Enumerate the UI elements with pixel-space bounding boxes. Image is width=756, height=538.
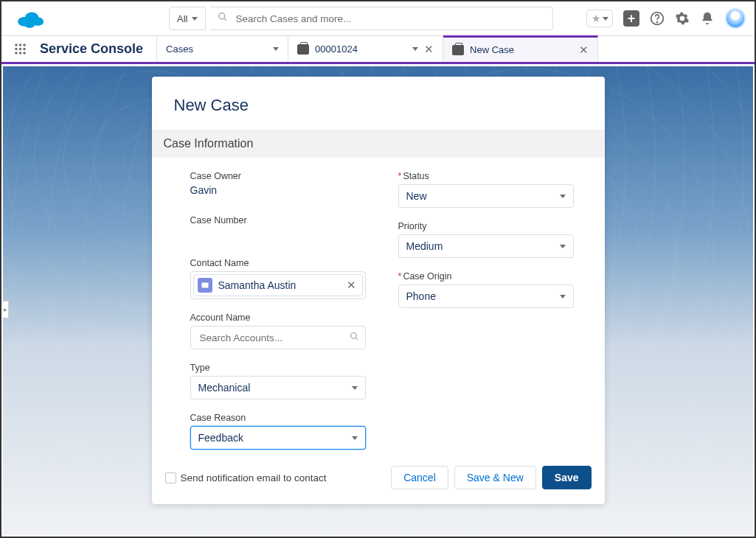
search-scope-dropdown[interactable]: All [169, 7, 206, 30]
chevron-down-icon [560, 245, 566, 248]
split-view-handle[interactable]: ▸ [3, 301, 9, 318]
new-case-modal: New Case Case Information Case Owner Gav… [152, 77, 605, 504]
case-icon [297, 44, 309, 55]
header-actions: ★ + [586, 8, 746, 29]
type-value: Mechanical [198, 382, 251, 394]
case-reason-value: Feedback [198, 432, 243, 444]
bell-icon [700, 11, 715, 26]
question-icon [650, 11, 665, 26]
svg-point-8 [15, 43, 17, 46]
favorites-button[interactable]: ★ [586, 10, 613, 27]
search-scope-label: All [177, 13, 187, 24]
save-button[interactable]: Save [542, 466, 592, 489]
global-search [210, 7, 553, 30]
user-avatar[interactable] [725, 8, 746, 29]
svg-point-9 [18, 43, 21, 46]
tab-label: New Case [470, 44, 573, 55]
form-grid: Case Owner Gavin Case Number Contact Nam… [152, 158, 605, 457]
setup-button[interactable] [675, 11, 690, 26]
help-button[interactable] [650, 11, 665, 26]
value-case-number [190, 228, 375, 242]
global-search-input[interactable] [210, 7, 553, 30]
modal-title: New Case [152, 77, 605, 130]
svg-line-19 [356, 338, 358, 340]
field-case-origin: *Case Origin Phone [398, 271, 583, 308]
contact-icon [198, 278, 212, 293]
svg-point-18 [350, 333, 356, 339]
svg-point-3 [24, 19, 35, 28]
svg-point-4 [219, 13, 225, 19]
label-priority: Priority [398, 221, 583, 231]
send-notification-checkbox[interactable] [165, 472, 176, 483]
notifications-button[interactable] [700, 11, 715, 26]
salesforce-logo [15, 7, 46, 29]
modal-footer: Send notification email to contact Cance… [152, 457, 605, 489]
global-create-button[interactable]: + [623, 10, 639, 27]
label-account-name: Account Name [190, 312, 375, 323]
close-icon[interactable]: ✕ [424, 43, 434, 56]
search-icon [350, 331, 359, 344]
contact-lookup[interactable]: Samantha Austin ✕ [190, 271, 366, 299]
app-name: Service Console [38, 36, 157, 62]
chevron-down-icon [560, 295, 566, 298]
svg-rect-17 [201, 283, 208, 288]
label-case-reason: Case Reason [190, 413, 375, 423]
save-and-new-button[interactable]: Save & New [454, 466, 536, 489]
send-notification-label[interactable]: Send notification email to contact [181, 472, 327, 483]
contact-pill-label: Samantha Austin [218, 279, 296, 291]
field-contact-name: Contact Name Samantha Austin ✕ [190, 258, 375, 299]
workspace-tab-new-case[interactable]: New Case ✕ [443, 35, 598, 62]
chevron-down-icon [273, 47, 279, 51]
stage-background: ▸ New Case Case Information Case Owner G… [3, 66, 753, 535]
svg-point-13 [23, 48, 25, 50]
label-status: *Status [398, 171, 583, 181]
gear-icon [675, 11, 690, 26]
svg-point-16 [23, 52, 25, 54]
chevron-down-icon [603, 17, 608, 21]
field-case-reason: Case Reason Feedback [190, 413, 375, 450]
field-priority: Priority Medium [398, 221, 583, 258]
case-icon [452, 45, 464, 55]
case-origin-picklist[interactable]: Phone [398, 284, 574, 308]
field-account-name: Account Name [190, 312, 375, 349]
svg-point-14 [15, 52, 17, 54]
label-case-origin: *Case Origin [398, 271, 583, 282]
svg-point-7 [657, 22, 658, 23]
remove-icon[interactable]: ✕ [347, 279, 356, 292]
label-case-number: Case Number [190, 215, 375, 226]
object-tab-cases[interactable]: Cases [157, 36, 288, 62]
chevron-down-icon [352, 436, 358, 440]
app-launcher[interactable] [1, 36, 38, 62]
case-origin-value: Phone [406, 290, 436, 302]
priority-value: Medium [406, 240, 443, 252]
global-header: All ★ + [1, 1, 755, 36]
svg-line-5 [224, 18, 226, 21]
type-picklist[interactable]: Mechanical [190, 376, 366, 399]
svg-point-12 [18, 48, 21, 50]
svg-point-11 [15, 48, 17, 50]
label-case-owner: Case Owner [190, 171, 375, 181]
priority-picklist[interactable]: Medium [398, 234, 574, 258]
field-status: *Status New [398, 171, 583, 208]
status-value: New [406, 190, 427, 202]
chevron-down-icon [560, 195, 566, 198]
status-picklist[interactable]: New [398, 184, 574, 208]
workspace-tab-record[interactable]: 00001024 ✕ [288, 36, 443, 62]
case-reason-picklist[interactable]: Feedback [190, 426, 366, 450]
grid-icon [13, 42, 27, 56]
plus-icon: + [623, 10, 639, 27]
field-type: Type Mechanical [190, 363, 375, 399]
field-case-owner: Case Owner Gavin [190, 171, 375, 196]
close-icon[interactable]: ✕ [579, 43, 589, 57]
chevron-down-icon[interactable] [412, 47, 418, 51]
star-icon: ★ [592, 13, 601, 24]
account-lookup-input[interactable] [190, 326, 366, 349]
chevron-down-icon [352, 386, 358, 390]
label-type: Type [190, 363, 375, 373]
cancel-button[interactable]: Cancel [391, 466, 448, 489]
tab-label: Cases [166, 43, 193, 55]
chevron-down-icon [192, 17, 198, 21]
search-icon [218, 12, 228, 25]
tab-label: 00001024 [315, 43, 406, 55]
workspace-tabbar: Service Console Cases 00001024 ✕ New Cas… [1, 36, 755, 64]
